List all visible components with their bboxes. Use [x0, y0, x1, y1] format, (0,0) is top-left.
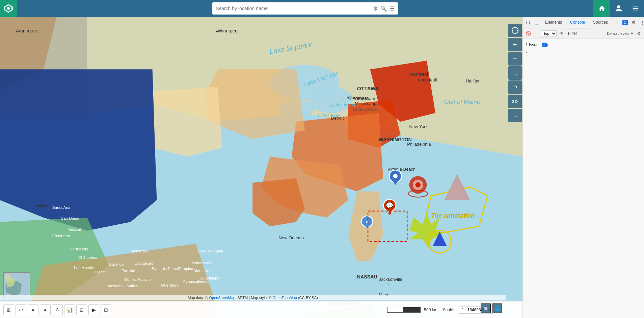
tool-btn-7[interactable]: ⊡	[76, 304, 87, 315]
map-area[interactable]: Lake Superior Lake Michigan Lake Huron L…	[0, 17, 522, 318]
svg-text:The annotation: The annotation	[431, 212, 475, 219]
devtools-inspect-icon[interactable]	[524, 19, 532, 27]
tool-btn-2[interactable]: ↩	[16, 304, 26, 315]
issue-expand-arrow[interactable]: ›	[526, 49, 641, 56]
map-bottom-toolbar: ⊞ ↩ ● ● A 📊 ⊡ ▶ ⊞ 500 km Scale: 1 : 1848…	[0, 301, 522, 318]
map-svg: Lake Superior Lake Michigan Lake Huron L…	[0, 17, 522, 318]
svg-point-16	[216, 30, 218, 32]
svg-text:Guadalupe: Guadalupe	[200, 276, 219, 280]
svg-point-95	[527, 21, 530, 24]
tool-btn-4[interactable]: ●	[40, 304, 51, 315]
svg-text:Lake Ontario: Lake Ontario	[353, 107, 378, 112]
settings-icon[interactable]: ⚙	[373, 5, 378, 12]
devtools-context-select[interactable]: top	[541, 30, 557, 36]
fullscreen-button[interactable]	[508, 66, 522, 80]
svg-text:Ensenada: Ensenada	[52, 234, 70, 238]
devtools-tab-more[interactable]: »	[612, 17, 622, 28]
devtools-tab-console[interactable]: Console	[566, 17, 589, 28]
svg-text:Philadelphia: Philadelphia	[407, 142, 431, 147]
devtools-tab-elements[interactable]: Elements	[541, 17, 566, 28]
search-container: ⚙ 🔍 ☰	[17, 2, 593, 15]
devtools-toolbar-settings[interactable]: ⚙	[635, 30, 642, 37]
svg-text:Torreón: Torreón	[122, 268, 135, 273]
map-attribution: Map data: © OpenStreetMap, SRTM | Map st…	[0, 295, 506, 300]
devtools-panel: Elements Console Sources » 1 ⚙ ⋮ ✕ 🚫 ⏸ t…	[522, 17, 644, 318]
svg-text:Hermosillo: Hermosillo	[70, 247, 88, 251]
top-bar: ⚙ 🔍 ☰	[0, 0, 644, 17]
svg-text:Winnipeg: Winnipeg	[218, 28, 238, 33]
app-logo[interactable]	[0, 0, 17, 17]
tool-btn-9[interactable]: ⊞	[101, 304, 111, 315]
three-d-button[interactable]: 3D	[508, 95, 522, 108]
devtools-vertical-dots-icon[interactable]: ⋮	[639, 19, 644, 27]
svg-text:Santa Ana: Santa Ana	[52, 205, 71, 210]
more-options-button[interactable]: ···	[508, 109, 522, 122]
svg-text:Mazatlán: Mazatlán	[107, 284, 123, 288]
zoom-out-button[interactable]: −	[508, 52, 522, 66]
tool-btn-6[interactable]: 📊	[64, 304, 75, 315]
opentopomap-link[interactable]: OpenTopoMap	[273, 296, 297, 300]
svg-text:Monterrey: Monterrey	[131, 249, 148, 253]
svg-text:San Diego: San Diego	[61, 216, 79, 220]
svg-text:Los Mochis: Los Mochis	[74, 265, 94, 270]
svg-point-0	[7, 7, 10, 10]
map-br-btn-1[interactable]: ⊕	[481, 303, 491, 313]
svg-point-18	[16, 30, 17, 32]
user-button[interactable]	[610, 0, 627, 17]
tool-btn-3[interactable]: ●	[28, 304, 38, 315]
devtools-eye-icon[interactable]: 👁	[558, 30, 565, 37]
svg-text:💬: 💬	[386, 202, 394, 209]
main-content: Lake Superior Lake Michigan Lake Huron L…	[0, 17, 644, 318]
svg-text:Gómez Palacio: Gómez Palacio	[124, 277, 151, 282]
svg-text:San Luis Potosí: San Luis Potosí	[152, 266, 179, 271]
svg-text:New Orleans: New Orleans	[279, 235, 304, 240]
scale-bar: 500 km Scale: 1 : 18489335	[387, 306, 493, 314]
issue-count: 1 Issue: 1	[526, 41, 641, 49]
svg-text:Oakland: Oakland	[35, 203, 49, 207]
svg-text:Vancouver: Vancouver	[18, 28, 40, 33]
svg-text:Durango: Durango	[109, 262, 124, 266]
scale-visual	[387, 307, 421, 313]
compass-button[interactable]	[508, 24, 522, 37]
svg-rect-89	[5, 274, 10, 279]
svg-text:Mexicali: Mexicali	[68, 227, 82, 231]
svg-point-6	[309, 87, 353, 113]
zoom-in-button[interactable]: +	[508, 38, 522, 51]
map-controls: + − 3D ···	[507, 17, 522, 318]
search-input[interactable]	[216, 6, 370, 11]
svg-text:Montréal: Montréal	[409, 72, 428, 77]
devtools-filter-label[interactable]: Filter	[566, 31, 579, 36]
svg-text:OTTAWA: OTTAWA	[357, 85, 379, 91]
search-icon[interactable]: 🔍	[380, 5, 387, 12]
home-button[interactable]	[593, 0, 610, 17]
devtools-tab-sources[interactable]: Sources	[589, 17, 612, 28]
tool-btn-1[interactable]: ⊞	[3, 304, 14, 315]
tool-btn-5[interactable]: A	[52, 304, 63, 315]
svg-text:Mississauga: Mississauga	[355, 101, 379, 106]
svg-text:Gulf of Maine: Gulf of Maine	[444, 99, 480, 105]
svg-text:Tampico: Tampico	[179, 266, 193, 271]
devtools-settings-icon[interactable]: ⚙	[630, 19, 638, 27]
svg-text:Jacksonville: Jacksonville	[379, 277, 402, 282]
svg-text:Monterrey: Monterrey	[194, 268, 211, 273]
svg-text:Detroit: Detroit	[331, 116, 344, 121]
devtools-responsive-icon[interactable]	[533, 19, 541, 27]
menu-icon[interactable]: ☰	[390, 5, 395, 12]
scale-label: 500 km	[424, 308, 437, 312]
devtools-tabs: Elements Console Sources » 1 ⚙ ⋮ ✕	[523, 17, 644, 28]
hamburger-menu-button[interactable]	[627, 0, 644, 17]
svg-text:Corpus Christi: Corpus Christi	[198, 249, 223, 253]
map-br-btn-2[interactable]: 🌐	[492, 303, 502, 313]
openstreetmap-link[interactable]: OpenStreetMap	[209, 296, 235, 300]
devtools-default-levels-label[interactable]: Default levels ▼	[607, 31, 634, 35]
svg-rect-97	[535, 21, 539, 24]
svg-text:Longueuil: Longueuil	[418, 77, 437, 82]
expand-button[interactable]	[508, 80, 522, 94]
devtools-toolbar: 🚫 ⏸ top 👁 Filter Default levels ▼ ⚙	[523, 28, 644, 39]
tool-btn-8[interactable]: ▶	[88, 304, 99, 315]
devtools-content: 1 Issue: 1 ›	[523, 39, 644, 318]
devtools-pause-icon[interactable]: ⏸	[533, 30, 540, 37]
svg-text:Halifax: Halifax	[466, 78, 479, 83]
svg-text:NASSAU: NASSAU	[357, 274, 377, 279]
devtools-clear-icon[interactable]: 🚫	[525, 30, 532, 37]
